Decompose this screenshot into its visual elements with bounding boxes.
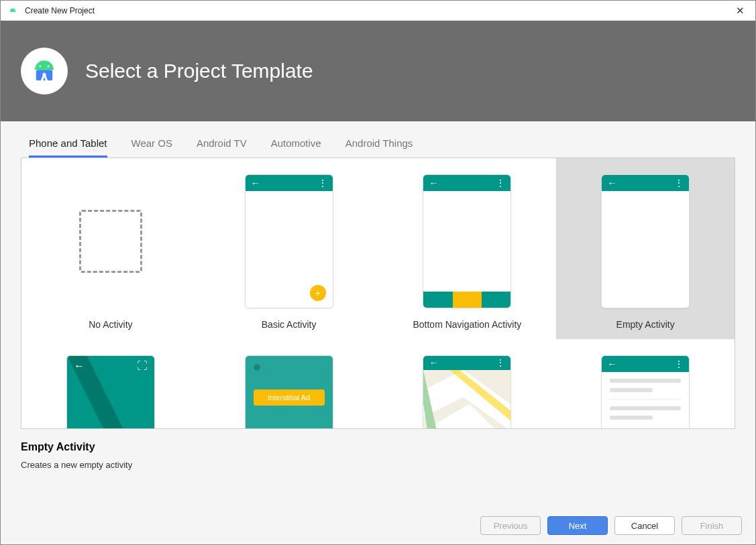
android-icon (7, 7, 18, 14)
tab-android-things[interactable]: Android Things (345, 137, 413, 158)
thumb-empty-activity: ← ⋮ (601, 174, 690, 308)
tab-android-tv[interactable]: Android TV (197, 137, 247, 158)
fab-icon: + (310, 285, 326, 301)
thumb-ad: Interstitial Ad (245, 355, 333, 429)
description: Empty Activity Creates a new empty activ… (1, 429, 755, 474)
window-title: Create New Project (25, 6, 95, 15)
close-button[interactable]: ✕ (732, 5, 749, 17)
overflow-menu-icon: ⋮ (496, 357, 505, 368)
svg-line-2 (11, 8, 11, 9)
footer: Previous Next Cancel Finish (1, 507, 755, 544)
back-arrow-icon: ← (607, 359, 616, 369)
back-arrow-icon: ← (251, 178, 260, 188)
svg-line-3 (14, 8, 15, 9)
tab-phone-tablet[interactable]: Phone and Tablet (29, 137, 107, 158)
svg-point-7 (42, 73, 46, 76)
thumb-bottom-nav: ← ⋮ (423, 174, 511, 308)
template-grid[interactable]: No Activity ← ⋮ + Basic Activity (21, 158, 735, 429)
fullscreen-icon: ⛶ (137, 360, 148, 372)
thumb-maps: ← ⋮ (423, 355, 511, 429)
description-text: Creates a new empty activity (21, 460, 735, 470)
template-bottom-nav-activity[interactable]: ← ⋮ Bottom Navigation Activity (378, 158, 557, 339)
thumb-no-activity (66, 174, 155, 308)
header-title: Select a Project Template (85, 60, 313, 82)
dashed-box-icon (79, 210, 142, 273)
template-maps-activity[interactable]: ← ⋮ (378, 339, 557, 429)
finish-button[interactable]: Finish (682, 516, 742, 535)
tab-automotive[interactable]: Automotive (271, 137, 321, 158)
back-arrow-icon: ← (74, 360, 85, 372)
tabs-bar: Phone and Tablet Wear OS Android TV Auto… (1, 121, 755, 158)
overflow-menu-icon: ⋮ (496, 178, 505, 188)
svg-point-5 (48, 66, 50, 68)
dot-icon (254, 364, 260, 371)
cancel-button[interactable]: Cancel (614, 516, 675, 535)
overflow-menu-icon: ⋮ (674, 359, 684, 369)
next-button[interactable]: Next (547, 516, 608, 535)
thumb-basic-activity: ← ⋮ + (245, 174, 333, 308)
template-label: No Activity (89, 319, 132, 330)
svg-point-0 (11, 10, 11, 11)
template-master-detail-activity[interactable]: ← ⋮ (556, 339, 735, 429)
back-arrow-icon: ← (607, 178, 616, 188)
template-empty-activity[interactable]: ← ⋮ Empty Activity (556, 158, 735, 339)
back-arrow-icon: ← (429, 357, 438, 368)
android-studio-logo (21, 48, 68, 95)
bottom-nav-icon (423, 292, 510, 308)
back-arrow-icon: ← (429, 178, 438, 188)
template-label: Bottom Navigation Activity (413, 319, 521, 330)
template-ad-activity[interactable]: Interstitial Ad (200, 339, 378, 429)
svg-point-4 (39, 66, 41, 68)
tab-wear-os[interactable]: Wear OS (131, 137, 172, 158)
template-label: Empty Activity (616, 319, 675, 330)
previous-button[interactable]: Previous (480, 516, 541, 535)
description-title: Empty Activity (21, 441, 735, 453)
template-fullscreen-activity[interactable]: ← ⛶ (21, 339, 200, 429)
thumb-master-detail: ← ⋮ (601, 355, 690, 429)
header: Select a Project Template (1, 21, 755, 121)
svg-point-1 (13, 10, 14, 11)
template-label: Basic Activity (262, 319, 317, 330)
overflow-menu-icon: ⋮ (318, 178, 327, 188)
ad-banner: Interstitial Ad (254, 389, 325, 406)
template-basic-activity[interactable]: ← ⋮ + Basic Activity (200, 158, 378, 339)
overflow-menu-icon: ⋮ (674, 178, 684, 188)
thumb-fullscreen: ← ⛶ (66, 355, 155, 429)
template-no-activity[interactable]: No Activity (21, 158, 200, 339)
titlebar: Create New Project ✕ (1, 1, 755, 21)
